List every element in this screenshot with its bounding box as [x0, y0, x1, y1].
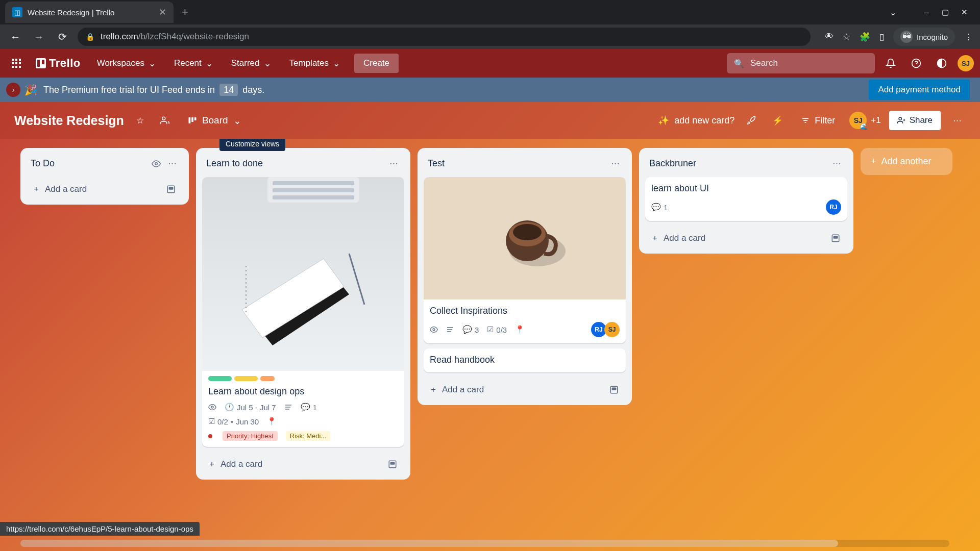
label-orange[interactable]	[260, 376, 275, 381]
filter-button[interactable]: Filter	[795, 111, 841, 130]
nav-templates[interactable]: Templates ⌄	[282, 54, 347, 73]
card-members[interactable]: RJ SJ	[593, 322, 620, 337]
card-learn-design-ops[interactable]: Learn about design ops 🕐Jul 5 - Jul 7 💬1…	[202, 177, 404, 447]
address-bar[interactable]: 🔒 trello.com/b/lzcfSh4q/website-redesign	[78, 28, 811, 46]
card-learn-about-ui[interactable]: learn about UI 💬1 RJ	[645, 177, 847, 221]
premium-text: The Premium free trial for UI Feed ends …	[43, 85, 264, 95]
maximize-icon[interactable]: ▢	[942, 8, 949, 17]
board-name[interactable]: Website Redesign	[14, 113, 124, 128]
automation-icon[interactable]: ⚡	[768, 111, 787, 130]
list-menu-icon[interactable]: ⋯	[830, 156, 843, 171]
board-members[interactable]: SJ🌊 +1	[849, 112, 880, 129]
board-view-switcher[interactable]: Board ⌄	[182, 111, 248, 131]
location-badge-icon: 📍	[515, 325, 525, 334]
nav-recent[interactable]: Recent ⌄	[167, 54, 220, 73]
add-card-button[interactable]: +Add a card	[31, 181, 158, 197]
apps-switcher-icon[interactable]	[6, 53, 27, 73]
back-button[interactable]: ←	[7, 29, 23, 45]
comments-badge: 💬1	[651, 203, 668, 212]
tab-close-icon[interactable]: ✕	[159, 7, 166, 18]
star-board-icon[interactable]: ☆	[132, 111, 148, 130]
nav-starred[interactable]: Starred ⌄	[224, 54, 278, 73]
board-canvas[interactable]: Customize views To Do ⋯ +Add a card Lear…	[0, 139, 980, 551]
svg-rect-0	[12, 59, 14, 61]
add-card-button[interactable]: +Add a card	[206, 456, 380, 472]
create-button[interactable]: Create	[354, 54, 399, 73]
list-header[interactable]: Test ⋯	[424, 154, 626, 177]
eye-off-icon[interactable]: 👁	[825, 32, 834, 42]
party-icon: 🎉	[24, 84, 37, 96]
list-header[interactable]: To Do ⋯	[27, 154, 183, 177]
list-title[interactable]: Backbruner	[649, 158, 827, 169]
card-title: learn about UI	[651, 182, 841, 194]
card-template-icon[interactable]	[385, 457, 400, 472]
card-template-icon[interactable]	[606, 382, 622, 397]
notifications-icon[interactable]	[881, 54, 900, 73]
more-members-count: +1	[871, 115, 880, 126]
member-avatar[interactable]: SJ🌊	[849, 112, 867, 129]
add-card-button[interactable]: +Add a card	[428, 382, 601, 398]
add-payment-button[interactable]: Add payment method	[869, 80, 970, 100]
star-icon[interactable]: ☆	[843, 32, 850, 42]
svg-point-43	[433, 329, 435, 331]
member-avatar[interactable]: SJ	[604, 322, 620, 337]
nav-workspaces[interactable]: Workspaces ⌄	[90, 54, 163, 73]
card-read-handbook[interactable]: Read handbook	[424, 348, 626, 372]
incognito-badge[interactable]: 🕶 Incognito	[893, 28, 955, 46]
forward-button[interactable]: →	[31, 29, 47, 45]
add-card-button[interactable]: +Add a card	[649, 230, 823, 246]
list-title[interactable]: Learn to done	[206, 158, 384, 169]
card-template-icon[interactable]	[828, 231, 843, 246]
theme-icon[interactable]	[932, 54, 951, 73]
list-header[interactable]: Backbruner ⋯	[645, 154, 847, 177]
scrollbar-thumb[interactable]	[20, 540, 838, 547]
svg-point-22	[155, 162, 158, 165]
trello-header: Trello Workspaces ⌄ Recent ⌄ Starred ⌄ T…	[0, 49, 980, 78]
board-menu-icon[interactable]: ⋯	[949, 111, 966, 130]
svg-rect-1	[15, 59, 17, 61]
list-menu-icon[interactable]: ⋯	[387, 156, 400, 171]
card-labels[interactable]	[208, 376, 398, 381]
close-window-icon[interactable]: ✕	[961, 8, 968, 17]
card-members[interactable]: RJ	[828, 199, 841, 215]
list-header[interactable]: Learn to done ⋯	[202, 154, 404, 177]
help-icon[interactable]	[906, 54, 926, 73]
board-view-label: Board	[202, 115, 228, 126]
search-input[interactable]	[750, 58, 868, 68]
minimize-icon[interactable]: ─	[924, 8, 929, 17]
banner-collapse-icon[interactable]: ›	[6, 83, 20, 97]
add-list-button[interactable]: + Add another	[861, 148, 952, 175]
browser-tab[interactable]: ◫ Website Redesign | Trello ✕	[5, 2, 174, 23]
label-green[interactable]	[208, 376, 232, 381]
card-collect-inspirations[interactable]: Collect Inspirations 💬3 ☑0/3 📍 RJ SJ	[424, 177, 626, 343]
extensions-icon[interactable]: 🧩	[860, 32, 870, 42]
new-tab-button[interactable]: +	[182, 6, 188, 19]
svg-rect-4	[15, 62, 17, 64]
card-template-icon[interactable]	[163, 182, 179, 197]
list-test: Test ⋯ Collect Inspirations	[418, 148, 632, 405]
browser-menu-icon[interactable]: ⋮	[964, 32, 973, 42]
list-title[interactable]: Test	[428, 158, 606, 169]
label-yellow[interactable]	[234, 376, 258, 381]
workspace-visibility-icon[interactable]	[156, 112, 174, 129]
list-menu-icon[interactable]: ⋯	[166, 156, 179, 171]
svg-rect-6	[12, 66, 14, 68]
red-dot-icon	[208, 434, 212, 438]
list-menu-icon[interactable]: ⋯	[609, 156, 622, 171]
search-box[interactable]: 🔍	[727, 53, 875, 73]
account-avatar[interactable]: SJ	[958, 55, 974, 71]
rocket-icon[interactable]	[743, 112, 760, 129]
svg-rect-14	[191, 117, 193, 122]
sparkle-hint[interactable]: ✨ add new card?	[658, 115, 734, 126]
tab-search-icon[interactable]: ⌄	[890, 8, 896, 17]
horizontal-scrollbar[interactable]	[20, 540, 949, 547]
reload-button[interactable]: ⟳	[54, 29, 70, 45]
member-avatar[interactable]: RJ	[826, 199, 841, 215]
watching-icon[interactable]	[150, 157, 163, 170]
trello-logo[interactable]: Trello	[31, 57, 86, 70]
chip-risk: Risk: Medi...	[286, 431, 331, 441]
card-title: Read handbook	[430, 354, 620, 366]
share-button[interactable]: Share	[889, 111, 941, 130]
list-title[interactable]: To Do	[31, 158, 146, 169]
sidepanel-icon[interactable]: ▯	[879, 32, 884, 42]
